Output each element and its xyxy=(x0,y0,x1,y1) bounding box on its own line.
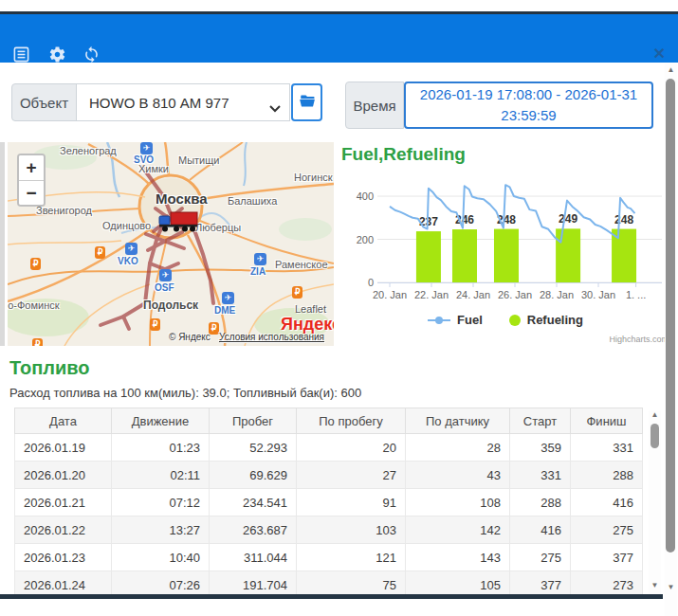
table-row[interactable]: 2026.01.2002:1169.6292743331288 xyxy=(15,462,643,489)
window-left-border xyxy=(0,142,5,346)
leaflet-attribution[interactable]: Leaflet xyxy=(295,303,326,315)
table-scrollbar[interactable]: ▲ ▼ xyxy=(649,410,661,594)
x-axis-label: 24. Jan xyxy=(456,289,490,300)
x-axis-label: 28. Jan xyxy=(540,289,574,300)
toll-road-icon: ₽ xyxy=(32,338,43,346)
table-cell: 02:11 xyxy=(112,462,210,489)
map-label: OSF xyxy=(155,282,174,293)
close-icon: ✕ xyxy=(653,45,666,62)
table-cell: 2026.01.23 xyxy=(15,544,112,571)
legend-refueling-label: Refueling xyxy=(527,313,583,327)
scroll-down-button[interactable]: ▼ xyxy=(649,581,661,589)
map-label: DME xyxy=(214,305,235,316)
table-cell: 416 xyxy=(510,516,571,544)
scroll-thumb[interactable] xyxy=(651,424,659,448)
table-cell: 263.687 xyxy=(210,516,297,544)
table-cell: 377 xyxy=(510,571,571,595)
time-range-field[interactable]: 2026-01-19 17:08:00 - 2026-01-31 23:59:5… xyxy=(404,82,653,129)
map-zoom-control: + − xyxy=(17,154,46,207)
map[interactable]: ЗеленоградХимкиМытищиНогинскЗвенигородМо… xyxy=(8,142,334,346)
bar-value-label: 248 xyxy=(614,213,633,226)
table-row[interactable]: 2026.01.2407:26191.70475105377273 xyxy=(15,571,643,595)
chevron-down-icon xyxy=(269,100,281,116)
table-row[interactable]: 2026.01.2107:12234.54191108288416 xyxy=(15,489,643,516)
map-label: VKO xyxy=(118,256,138,266)
window-scrollbar[interactable]: ▲ ▼ xyxy=(665,63,677,616)
table-cell: 07:26 xyxy=(112,571,210,595)
airport-icon: ✈ xyxy=(125,243,137,255)
airport-icon: ✈ xyxy=(254,253,266,265)
terms-link[interactable]: Условия использования xyxy=(219,332,324,342)
scroll-up-button[interactable]: ▲ xyxy=(649,410,661,419)
table-cell: 27 xyxy=(297,462,406,489)
table-cell: 377 xyxy=(571,544,643,571)
close-button[interactable]: ✕ xyxy=(653,45,666,63)
table-body: 2026.01.1901:2352.29320283593312026.01.2… xyxy=(15,434,643,595)
toll-road-icon: ₽ xyxy=(292,286,302,299)
map-label: Наро-Фоминск xyxy=(8,299,60,311)
legend-fuel-label: Fuel xyxy=(457,313,483,327)
truck-marker[interactable] xyxy=(157,210,199,233)
refueling-bar xyxy=(416,231,441,282)
fuel-table: ДатаДвижениеПробегПо пробегуПо датчикуСт… xyxy=(14,408,643,594)
settings-button[interactable] xyxy=(48,45,66,63)
table-cell: 2026.01.22 xyxy=(15,516,112,544)
table-cell: 234.541 xyxy=(210,489,297,516)
fuel-section-subtitle: Расход топлива на 100 км(миль): 39.0; То… xyxy=(9,386,361,400)
zoom-out-button[interactable]: − xyxy=(19,180,44,205)
scroll-thumb[interactable] xyxy=(666,79,675,553)
fuel-section-title: Топливо xyxy=(9,357,90,379)
folder-icon xyxy=(299,94,316,112)
map-label: Ногинск xyxy=(294,172,333,183)
table-cell: 331 xyxy=(571,434,643,462)
table-cell: 416 xyxy=(571,489,643,516)
table-cell: 43 xyxy=(406,462,510,489)
table-cell: 91 xyxy=(297,489,406,516)
y-axis-label: 400 xyxy=(357,190,374,202)
legend-item-refueling[interactable]: Refueling xyxy=(509,313,583,327)
open-folder-button[interactable] xyxy=(291,83,322,121)
scroll-down-button[interactable]: ▼ xyxy=(665,583,677,591)
table-cell: 52.293 xyxy=(210,434,297,462)
table-cell: 20 xyxy=(297,434,406,462)
table-cell: 191.704 xyxy=(210,571,297,595)
highcharts-credit[interactable]: Highcharts.com xyxy=(609,335,669,344)
list-icon xyxy=(12,45,30,63)
map-label: Одинцово xyxy=(102,220,151,231)
refresh-icon xyxy=(82,45,101,63)
table-cell: 273 xyxy=(571,571,643,595)
y-axis-label: 200 xyxy=(357,234,374,245)
zoom-in-button[interactable]: + xyxy=(19,155,44,180)
table-cell: 311.044 xyxy=(210,544,297,571)
table-header-cell: Финиш xyxy=(571,408,643,434)
table-cell: 143 xyxy=(406,544,510,571)
scroll-up-button[interactable]: ▲ xyxy=(665,65,677,74)
airport-icon: ✈ xyxy=(159,269,172,281)
fuel-table-container: ДатаДвижениеПробегПо пробегуПо датчикуСт… xyxy=(14,408,644,594)
table-header-cell: Старт xyxy=(510,408,571,434)
map-label: Люберцы xyxy=(195,222,241,233)
toll-road-icon: ₽ xyxy=(95,246,105,259)
toll-road-icon: ₽ xyxy=(30,258,41,270)
table-cell: 2026.01.24 xyxy=(15,571,112,595)
table-header-cell: По датчику xyxy=(406,408,510,434)
object-select[interactable]: HOWO В 810 АМ 977 xyxy=(76,83,290,121)
table-cell: 331 xyxy=(510,462,571,489)
map-label: Раменское xyxy=(275,259,328,270)
x-axis-label: 22. Jan xyxy=(414,289,449,300)
legend-item-fuel[interactable]: Fuel xyxy=(428,313,483,327)
refresh-button[interactable] xyxy=(82,45,101,63)
table-cell: 2026.01.20 xyxy=(15,462,112,489)
tracking-report-window: ✕ Объект HOWO В 810 АМ 977 Время 2026-01… xyxy=(0,0,678,616)
refueling-bar xyxy=(556,228,580,282)
x-axis-label: 26. Jan xyxy=(498,289,532,300)
map-label: Звенигород xyxy=(36,205,92,216)
airport-icon: ✈ xyxy=(140,142,153,154)
table-row[interactable]: 2026.01.2310:40311.044121143275377 xyxy=(15,544,643,571)
table-header-cell: Дата xyxy=(15,408,112,434)
report-list-button[interactable] xyxy=(12,45,30,63)
table-row[interactable]: 2026.01.1901:2352.2932028359331 xyxy=(15,434,643,462)
table-header-cell: Пробег xyxy=(210,408,297,434)
fuel-chart: 020040020. Jan22. Jan24. Jan26. Jan28. J… xyxy=(339,144,673,351)
table-row[interactable]: 2026.01.2213:27263.687103142416275 xyxy=(15,516,643,544)
